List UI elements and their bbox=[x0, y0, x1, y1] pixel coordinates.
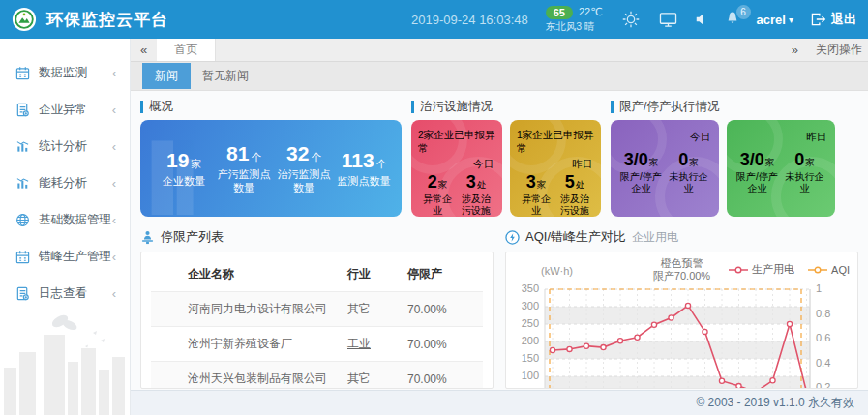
chevron-left-icon: ‹ bbox=[112, 66, 116, 80]
report-icon bbox=[15, 103, 30, 117]
stat-pollution-source-points: 81个 产污监测点数量 bbox=[214, 142, 274, 195]
close-operations-menu[interactable]: 关闭操作 bbox=[808, 39, 868, 61]
temperature-label: 22℃ bbox=[579, 6, 603, 18]
svg-text:300: 300 bbox=[522, 300, 539, 311]
sidebar-item-peak-production[interactable]: 错峰生产管理 ‹ bbox=[0, 238, 130, 275]
sidebar-item-label: 能耗分析 bbox=[39, 175, 87, 192]
sidebar-item-label: 统计分析 bbox=[39, 138, 87, 155]
col-header-percent: 停限产 bbox=[402, 256, 483, 292]
news-button[interactable]: 新闻 bbox=[142, 63, 191, 89]
top-header: 环保监控云平台 2019-09-24 16:03:48 65 22℃ 东北风3 … bbox=[0, 0, 868, 39]
notification-count-badge: 6 bbox=[736, 5, 751, 19]
platform-logo-icon bbox=[12, 7, 37, 32]
legend-item-power[interactable]: 生产用电 bbox=[729, 262, 794, 277]
chart-legend: 生产用电 AQI bbox=[729, 262, 850, 277]
chevron-left-icon: ‹ bbox=[112, 250, 116, 264]
treatment-card-today: 2家企业已申报异常 今日 2家 异常企业 3处 涉及治污设施 bbox=[411, 120, 502, 217]
dashboard-content: 概况 19家 企业数量 81个 产污监测点数量 bbox=[131, 91, 868, 389]
legend-item-aqi[interactable]: AQI bbox=[808, 264, 850, 276]
section-title-production: 限产/停产执行情况 bbox=[611, 101, 835, 113]
bar-chart-icon bbox=[15, 139, 30, 154]
stop-list-table: 企业名称 行业 停限产 河南同力电力设计有限公司 其它 70.00% bbox=[151, 256, 483, 389]
sidebar-item-label: 数据监测 bbox=[39, 65, 87, 81]
main-area: « 首页 » 关闭操作 新闻 暂无新闻 概况 bbox=[131, 39, 868, 415]
table-row[interactable]: 沧州天兴包装制品有限公司 其它 70.00% bbox=[151, 362, 483, 390]
col-header-company: 企业名称 bbox=[151, 256, 342, 292]
sidebar-item-data-monitoring[interactable]: 数据监测 ‹ bbox=[0, 54, 130, 91]
aqi-badge: 65 bbox=[546, 6, 573, 19]
overview-section: 概况 19家 企业数量 81个 产污监测点数量 bbox=[140, 101, 402, 217]
notifications-bell-icon[interactable]: 6 bbox=[726, 11, 739, 28]
user-menu[interactable]: acrel ▾ bbox=[757, 13, 793, 27]
section-title-overview: 概况 bbox=[140, 101, 402, 113]
industry-link[interactable]: 工业 bbox=[342, 327, 402, 362]
aqi-chart-title: AQI/错峰生产对比 bbox=[525, 228, 626, 246]
aqi-chart-subtitle: 企业用电 bbox=[632, 229, 678, 246]
weather-widget: 65 22℃ 东北风3 晴 bbox=[546, 6, 603, 34]
production-card-today: 今日 3/0家 限产/停产企业 0家 未执行企业 bbox=[611, 120, 719, 217]
sidebar-nav: 数据监测 ‹ 企业异常 ‹ 统计分析 ‹ 能耗分析 ‹ bbox=[0, 39, 131, 415]
treatment-card-yesterday: 1家企业已申报异常 昨日 3家 异常企业 5处 涉及治污设施 bbox=[510, 120, 601, 217]
chevron-down-icon: ▾ bbox=[789, 15, 793, 25]
datetime-label: 2019-09-24 16:03:48 bbox=[411, 13, 528, 27]
expand-tabs-icon[interactable]: » bbox=[782, 39, 808, 61]
table-row[interactable]: 河南同力电力设计有限公司 其它 70.00% bbox=[151, 292, 483, 327]
chevron-left-icon: ‹ bbox=[112, 213, 116, 227]
svg-text:0.6: 0.6 bbox=[816, 332, 830, 343]
sidebar-item-energy-analysis[interactable]: 能耗分析 ‹ bbox=[0, 164, 130, 201]
sidebar-item-statistics[interactable]: 统计分析 ‹ bbox=[0, 128, 130, 164]
globe-icon bbox=[15, 213, 30, 227]
col-header-industry: 行业 bbox=[342, 256, 402, 292]
svg-text:1: 1 bbox=[816, 282, 822, 294]
logout-label: 退出 bbox=[831, 11, 856, 28]
tab-home[interactable]: 首页 bbox=[157, 39, 216, 61]
production-card-yesterday: 昨日 3/0家 限产/停产企业 0家 未执行企业 bbox=[727, 120, 835, 217]
sidebar-item-enterprise-anomaly[interactable]: 企业异常 ‹ bbox=[0, 91, 130, 128]
logout-button[interactable]: 退出 bbox=[811, 11, 856, 28]
logout-icon bbox=[811, 13, 826, 26]
page-title: 环保监控云平台 bbox=[46, 9, 168, 31]
svg-text:350: 350 bbox=[522, 282, 539, 294]
news-ticker-bar: 新闻 暂无新闻 bbox=[131, 62, 868, 91]
svg-text:0.4: 0.4 bbox=[816, 357, 830, 369]
collapse-tabs-icon[interactable]: « bbox=[131, 39, 157, 61]
production-section: 限产/停产执行情况 今日 3/0家 限产/停产企业 0家 bbox=[611, 101, 835, 217]
stop-list-panel: 企业名称 行业 停限产 河南同力电力设计有限公司 其它 70.00% bbox=[140, 252, 494, 389]
bar-chart-icon bbox=[15, 176, 30, 191]
stat-enterprise-count: 19家 企业数量 bbox=[154, 149, 214, 188]
aqi-compare-section: AQI/错峰生产对比 企业用电 (kW·h) 橙色预警 限产70.00% bbox=[505, 228, 858, 389]
person-podium-icon bbox=[140, 230, 155, 245]
username-label: acrel bbox=[757, 13, 786, 27]
stop-list-section: 停限产列表 企业名称 行业 停限产 bbox=[140, 228, 494, 389]
svg-text:0.8: 0.8 bbox=[816, 308, 830, 319]
svg-text:0.2: 0.2 bbox=[816, 381, 830, 389]
report-icon bbox=[15, 286, 30, 301]
sidebar-item-base-data[interactable]: 基础数据管理 ‹ bbox=[0, 201, 130, 238]
news-message: 暂无新闻 bbox=[202, 68, 249, 84]
stat-treatment-points: 32个 治污监测点数量 bbox=[274, 142, 334, 195]
table-row[interactable]: 沧州宇新养殖设备厂 工业 70.00% bbox=[151, 327, 483, 362]
line-marker-icon bbox=[808, 266, 827, 274]
tab-bar: « 首页 » 关闭操作 bbox=[131, 39, 868, 62]
screen-icon[interactable] bbox=[659, 12, 677, 28]
section-title-treatment: 治污设施情况 bbox=[411, 101, 601, 113]
svg-text:250: 250 bbox=[522, 317, 539, 329]
treatment-section: 治污设施情况 2家企业已申报异常 今日 2家 异常企业 bbox=[411, 101, 601, 217]
speaker-icon[interactable] bbox=[695, 13, 708, 26]
overview-card: 19家 企业数量 81个 产污监测点数量 32个 治污监测点数量 113个 bbox=[140, 120, 402, 217]
chevron-left-icon: ‹ bbox=[112, 286, 116, 301]
wind-label: 东北风3 晴 bbox=[546, 20, 603, 34]
day-label: 今日 bbox=[617, 131, 710, 144]
aqi-line-chart: 350 300 250 200 150 100 1 0.8 0.6 0.4 0.… bbox=[508, 280, 842, 389]
svg-text:150: 150 bbox=[522, 352, 539, 364]
calendar-icon bbox=[15, 66, 30, 80]
calendar-icon bbox=[15, 250, 30, 264]
y-axis-unit-label: (kW·h) bbox=[541, 265, 573, 277]
sidebar-item-log-view[interactable]: 日志查看 ‹ bbox=[0, 275, 130, 311]
svg-text:100: 100 bbox=[522, 370, 539, 381]
stop-list-title: 停限产列表 bbox=[161, 228, 224, 246]
stat-monitoring-points: 113个 监测点数量 bbox=[334, 149, 394, 188]
sun-weather-icon bbox=[620, 9, 642, 30]
day-label: 昨日 bbox=[733, 131, 826, 144]
city-skyline-watermark bbox=[0, 304, 131, 415]
